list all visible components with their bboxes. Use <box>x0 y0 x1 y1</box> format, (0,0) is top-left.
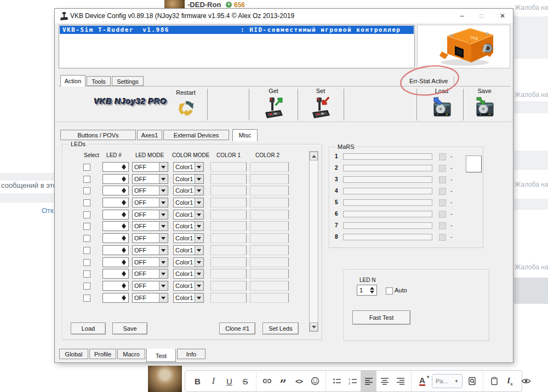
led-select-checkbox[interactable] <box>83 247 90 254</box>
chevron-down-icon[interactable] <box>195 246 203 255</box>
led-select-checkbox[interactable] <box>83 199 90 206</box>
chevron-down-icon[interactable] <box>159 186 168 195</box>
align-left-button[interactable] <box>361 371 376 391</box>
tab-external-devices[interactable]: External Devices <box>163 130 229 140</box>
color2-swatch[interactable] <box>250 162 289 172</box>
color-mode-select[interactable]: Color1 <box>173 186 204 195</box>
bottom-tab-global[interactable]: Global <box>59 349 88 359</box>
underline-button[interactable]: U <box>221 371 237 391</box>
spinner-up-icon[interactable] <box>370 287 374 290</box>
get-button[interactable] <box>264 95 285 119</box>
spinner-down-icon[interactable] <box>122 167 126 170</box>
color2-swatch[interactable] <box>250 293 289 303</box>
chevron-down-icon[interactable] <box>159 198 168 207</box>
color1-swatch[interactable] <box>210 281 247 291</box>
spinner-down-icon[interactable] <box>122 286 126 289</box>
align-center-button[interactable] <box>376 371 392 391</box>
color-mode-select[interactable]: Color1 <box>173 233 204 243</box>
spinner-down-icon[interactable] <box>122 203 126 205</box>
color-mode-select[interactable]: Color1 <box>173 162 204 172</box>
spinner-down-icon[interactable] <box>122 215 126 217</box>
menu-tab-tools[interactable]: Tools <box>87 76 111 86</box>
chevron-down-icon[interactable] <box>159 163 168 171</box>
mars-square-button[interactable] <box>439 153 446 160</box>
chevron-down-icon[interactable] <box>195 258 203 267</box>
restart-button[interactable] <box>176 99 196 118</box>
err-stat-active-label[interactable]: Err-Stat Active <box>409 76 454 86</box>
paste-button[interactable] <box>486 371 502 391</box>
spinner-down-icon[interactable] <box>122 191 126 193</box>
spinner-down-icon[interactable] <box>122 179 126 182</box>
chevron-down-icon[interactable] <box>195 186 203 195</box>
close-button[interactable]: ✕ <box>495 10 510 21</box>
led-number-spinner[interactable] <box>102 174 129 184</box>
chevron-down-icon[interactable] <box>195 269 203 278</box>
led-number-spinner[interactable] <box>102 293 129 303</box>
chevron-down-icon[interactable] <box>159 293 168 302</box>
led-mode-select[interactable]: OFF <box>132 198 168 207</box>
device-list-selected-row[interactable]: VKB-Sim T-Rudder v1.986 : HID-совместимы… <box>60 26 414 34</box>
led-mode-select[interactable]: OFF <box>132 257 168 267</box>
leds-load-button[interactable]: Load <box>71 322 106 335</box>
spinner-down-icon[interactable] <box>370 291 374 293</box>
menu-tab-action[interactable]: Action <box>60 75 85 87</box>
color1-swatch[interactable] <box>210 233 247 243</box>
spinner-down-icon[interactable] <box>122 238 126 241</box>
numbered-list-button[interactable]: 1 2 <box>345 371 361 391</box>
led-mode-select[interactable]: OFF <box>132 210 168 220</box>
forum-user-avatar[interactable] <box>164 0 185 9</box>
mars-square-button[interactable] <box>439 188 446 195</box>
minimize-button[interactable]: – <box>454 10 470 21</box>
color-mode-select[interactable]: Color1 <box>173 198 204 207</box>
led-select-checkbox[interactable] <box>83 211 90 218</box>
remove-format-button[interactable]: Ix <box>502 371 518 391</box>
color1-swatch[interactable] <box>210 221 247 231</box>
italic-button[interactable]: I <box>206 371 221 391</box>
set-leds-button[interactable]: Set Leds <box>262 322 299 335</box>
maximize-button[interactable]: □ <box>474 10 489 21</box>
forum-user-name[interactable]: -DED-Ron <box>187 1 221 9</box>
led-number-spinner[interactable] <box>102 210 129 220</box>
color2-swatch[interactable] <box>250 210 289 220</box>
window-titlebar[interactable]: VKB Device Config v0.89.18 (NJoy32 firmw… <box>55 9 513 23</box>
led-mode-select[interactable]: OFF <box>132 293 168 303</box>
mars-square-button[interactable] <box>439 165 446 172</box>
color2-swatch[interactable] <box>250 221 289 231</box>
led-number-spinner[interactable] <box>102 186 129 195</box>
chevron-down-icon[interactable] <box>159 222 168 230</box>
color-mode-select[interactable]: Color1 <box>173 293 204 303</box>
led-select-checkbox[interactable] <box>83 176 90 183</box>
bottom-tab-macro[interactable]: Macro <box>117 349 145 359</box>
load-button[interactable] <box>432 96 453 118</box>
emoji-button[interactable] <box>307 371 323 391</box>
auto-checkbox[interactable] <box>386 287 393 295</box>
strikethrough-button[interactable]: S <box>237 371 253 391</box>
color2-swatch[interactable] <box>250 186 289 195</box>
forum-report-link[interactable]: Жалоба на с <box>515 263 548 271</box>
chevron-down-icon[interactable] <box>159 210 168 219</box>
code-button[interactable]: <> <box>291 371 307 391</box>
led-number-spinner[interactable] <box>102 233 129 243</box>
color2-swatch[interactable] <box>250 269 289 279</box>
color2-swatch[interactable] <box>250 233 289 243</box>
quote-button[interactable]: ” <box>275 371 291 391</box>
align-right-button[interactable] <box>392 371 408 391</box>
mars-square-button[interactable] <box>439 234 446 241</box>
scroll-down-icon[interactable] <box>310 322 318 331</box>
color-mode-select[interactable]: Color1 <box>173 245 204 255</box>
bold-button[interactable]: B <box>190 371 206 391</box>
led-mode-select[interactable]: OFF <box>132 186 168 195</box>
led-mode-select[interactable]: OFF <box>132 233 168 243</box>
mars-square-button[interactable] <box>439 222 446 229</box>
led-number-spinner[interactable] <box>102 221 129 231</box>
chevron-down-icon[interactable] <box>195 222 203 230</box>
led-mode-select[interactable]: OFF <box>132 221 168 231</box>
paragraph-select[interactable]: Pa...▼ <box>432 374 463 388</box>
color-mode-select[interactable]: Color1 <box>173 269 204 279</box>
color2-swatch[interactable] <box>250 198 289 207</box>
mars-square-button[interactable] <box>439 176 446 183</box>
chevron-down-icon[interactable] <box>195 163 203 171</box>
color2-swatch[interactable] <box>250 257 289 267</box>
source-preview-button[interactable] <box>464 371 480 391</box>
fast-test-button[interactable]: Fast Test <box>352 310 410 325</box>
